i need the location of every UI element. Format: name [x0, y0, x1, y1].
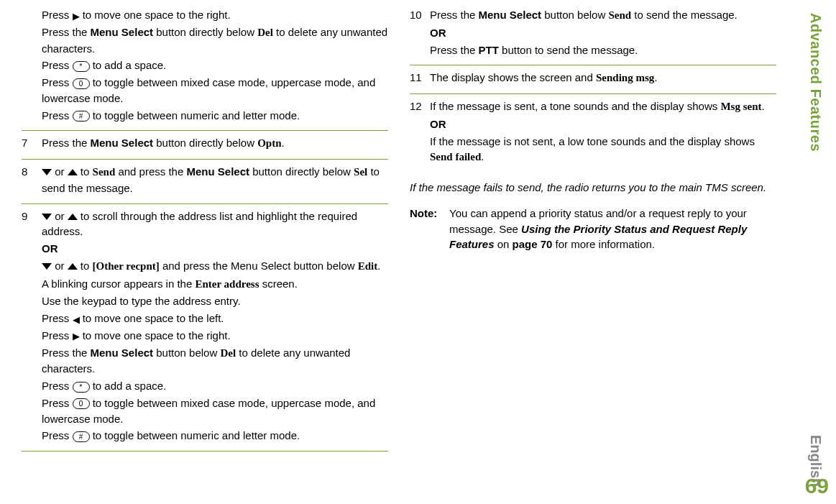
text: or — [52, 260, 68, 272]
step-number: 9 — [22, 209, 42, 446]
step-10: 10 Press the Menu Select button below Se… — [410, 7, 776, 65]
key-star-icon: * — [73, 382, 90, 393]
display-msg-sent: Msg sent — [720, 101, 761, 112]
softkey-send: Send — [608, 9, 631, 21]
step-number: 11 — [410, 70, 430, 88]
text: The display shows the screen and — [430, 71, 596, 83]
menu-select-label: Menu Select — [186, 165, 249, 178]
text: to move one space to the right. — [80, 9, 231, 21]
section-title: Advanced Features — [807, 13, 824, 152]
text: to move one space to the left. — [80, 312, 224, 324]
right-column: 10 Press the Menu Select button below Se… — [410, 7, 776, 456]
menu-select-label: Menu Select — [91, 26, 154, 38]
screen-enter-address: Enter address — [195, 278, 259, 290]
step-12: 12 If the message is sent, a tone sounds… — [410, 98, 776, 173]
softkey-sel: Sel — [354, 166, 367, 178]
softkey-other-recpnt: [Other recpnt] — [93, 260, 160, 272]
step-8: 8 or to Send and press the Menu Select b… — [22, 164, 388, 204]
step-11: 11 The display shows the screen and Send… — [410, 70, 776, 94]
softkey-del: Del — [220, 347, 236, 359]
menu-select-label: Menu Select — [91, 347, 154, 359]
text: Press — [42, 429, 73, 441]
step-9: 9 or to scroll through the address list … — [22, 209, 388, 452]
text: to add a space. — [90, 380, 167, 392]
text: to toggle between mixed case mode, upper… — [42, 76, 375, 104]
step-number: 8 — [22, 164, 42, 198]
text: button directly below — [153, 137, 257, 149]
up-triangle-icon — [68, 263, 78, 270]
menu-select-label: Menu Select — [91, 137, 154, 149]
text: to — [78, 165, 93, 178]
text: for more information. — [552, 238, 655, 250]
text: A blinking cursor appears in the — [42, 278, 195, 290]
post-steps-note: If the message fails to send, the radio … — [410, 180, 776, 196]
step-6-continued: Press ▶ to move one space to the right. … — [22, 7, 388, 131]
text: and press the — [115, 165, 186, 178]
left-arrow-icon: ◀ — [73, 315, 80, 324]
down-triangle-icon — [42, 263, 52, 270]
left-column: Press ▶ to move one space to the right. … — [22, 7, 388, 456]
text: button directly below — [153, 26, 257, 38]
key-zero-icon: 0 — [73, 398, 90, 409]
text: . — [762, 100, 765, 112]
right-arrow-icon: ▶ — [73, 12, 80, 21]
text: on — [495, 238, 513, 250]
text: to toggle between numeric and letter mod… — [90, 429, 300, 441]
text: to move one space to the right. — [80, 329, 231, 342]
text: to — [78, 260, 93, 272]
text: Press the — [430, 44, 479, 56]
text: button below — [541, 9, 608, 21]
up-triangle-icon — [68, 169, 78, 176]
xref-page-70: page 70 — [513, 238, 553, 250]
text: Use the keypad to type the address entry… — [42, 293, 388, 309]
svg-marker-5 — [68, 263, 78, 270]
text: . — [377, 260, 380, 272]
text: button directly below — [249, 165, 354, 178]
sidebar: Advanced Features English — [804, 13, 826, 491]
step-number: 10 — [410, 7, 430, 59]
text: . — [481, 150, 484, 162]
text: to send the message. — [631, 9, 738, 21]
softkey-edit: Edit — [358, 260, 378, 272]
text: or — [52, 165, 68, 178]
key-hash-icon: # — [73, 111, 90, 122]
key-star-icon: * — [73, 61, 90, 72]
text: Press the — [42, 137, 91, 149]
text: to scroll through the address list and h… — [42, 210, 357, 238]
or-label: OR — [42, 241, 388, 257]
key-zero-icon: 0 — [73, 78, 90, 89]
up-triangle-icon — [68, 214, 78, 221]
ptt-label: PTT — [479, 44, 499, 56]
step-number: 12 — [410, 98, 430, 167]
note-block: Note: You can append a priority status a… — [410, 206, 776, 252]
text: to toggle between numeric and letter mod… — [90, 109, 300, 122]
text: Press — [42, 109, 73, 122]
text: and press the Menu Select button below — [160, 260, 358, 272]
page-number: 69 — [805, 474, 829, 498]
text: If the message is sent, a tone sounds an… — [430, 100, 720, 112]
text: Press — [42, 380, 73, 392]
right-arrow-icon: ▶ — [73, 331, 80, 341]
softkey-send: Send — [93, 166, 116, 178]
svg-marker-0 — [42, 169, 52, 175]
text: If the message is not sent, a low tone s… — [430, 135, 755, 147]
text: Press — [42, 76, 73, 88]
note-label: Note: — [410, 206, 449, 252]
text: Press — [42, 397, 73, 409]
menu-select-label: Menu Select — [479, 9, 542, 21]
step-number: 7 — [22, 135, 42, 153]
svg-marker-4 — [42, 263, 52, 270]
down-triangle-icon — [42, 169, 52, 176]
text: Press — [42, 59, 73, 71]
down-triangle-icon — [42, 214, 52, 221]
text: Press — [42, 329, 73, 342]
text: Press the — [430, 9, 479, 21]
svg-marker-3 — [68, 214, 78, 220]
display-sending-msg: Sending msg — [596, 72, 654, 83]
step-7: 7 Press the Menu Select button directly … — [22, 135, 388, 160]
text: button below — [153, 347, 220, 359]
key-hash-icon: # — [73, 431, 90, 442]
text: screen. — [259, 278, 298, 290]
text: . — [282, 137, 285, 149]
text: to toggle between mixed case mode, upper… — [42, 397, 375, 425]
